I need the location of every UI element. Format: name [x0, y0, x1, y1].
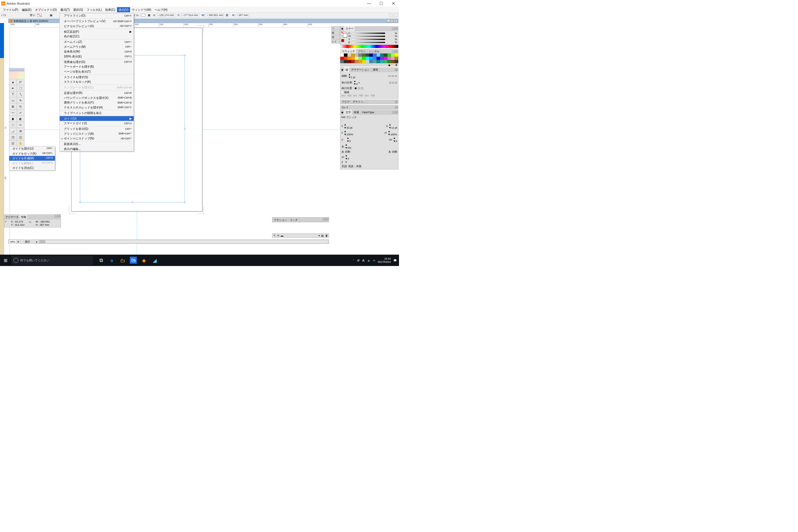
- swatch[interactable]: [359, 60, 362, 63]
- underline-icon[interactable]: T: [342, 161, 343, 164]
- panel-minimize[interactable]: _: [392, 111, 395, 113]
- tool-14[interactable]: ⬚: [10, 122, 17, 128]
- tool-15[interactable]: ✂: [17, 122, 24, 128]
- tool-10[interactable]: ⬳: [10, 110, 17, 116]
- swatch[interactable]: [340, 54, 344, 57]
- swatch[interactable]: [369, 54, 373, 57]
- menu-item[interactable]: 100% 表示(E)Ctrl+1: [60, 54, 134, 59]
- panel-close[interactable]: ×: [326, 218, 328, 221]
- store-icon[interactable]: 🛍: [130, 256, 137, 264]
- menu-0[interactable]: ファイル(F): [1, 7, 20, 12]
- swatch-delete-icon[interactable]: 🗑: [395, 63, 398, 66]
- controlbar-btn-2[interactable]: [394, 14, 398, 17]
- task-view-icon[interactable]: ⧉: [96, 255, 106, 265]
- menu-2[interactable]: オブジェクト(O): [33, 7, 58, 12]
- swatch[interactable]: [395, 54, 398, 57]
- panel-minimize[interactable]: _: [323, 218, 325, 221]
- close-button[interactable]: ✕: [389, 1, 398, 6]
- menu-item[interactable]: ライブペイントの隙間を表示: [60, 111, 134, 116]
- menu-item[interactable]: バウンディングボックスを隠す(X)Shift+Ctrl+B: [60, 95, 134, 100]
- swatch[interactable]: [377, 60, 380, 63]
- doc-maximize[interactable]: □: [391, 20, 394, 22]
- style-swatch[interactable]: [141, 14, 145, 17]
- M-slider[interactable]: [352, 36, 385, 37]
- h-field[interactable]: ▲▼267 mm: [236, 14, 249, 17]
- menu-item[interactable]: スライスを隠す(S): [60, 75, 134, 80]
- tool-16[interactable]: 📊: [10, 128, 17, 134]
- collapsed-tab[interactable]: パ: [331, 26, 340, 30]
- swatch[interactable]: [366, 57, 369, 60]
- tool-3[interactable]: ⬚: [17, 85, 24, 91]
- tab-color[interactable]: カラー: [344, 26, 355, 31]
- menu-item[interactable]: 新規表示(I)...: [60, 142, 134, 147]
- swatch-folder-icon[interactable]: 📁: [392, 63, 394, 66]
- menu-item[interactable]: 透明グリッドを表示(Y)Shift+Ctrl+D: [60, 100, 134, 105]
- tool-9[interactable]: ↻: [17, 103, 24, 110]
- explorer-icon[interactable]: 🗀: [117, 255, 128, 265]
- menu-item[interactable]: グリッドにスナップ(A)Shift+Ctrl+": [60, 131, 134, 136]
- link-wh-icon[interactable]: ⛓: [226, 14, 228, 17]
- clock[interactable]: 15:44 2017/03/10: [378, 257, 391, 264]
- swatch[interactable]: [380, 57, 383, 60]
- tab-info[interactable]: 情報: [20, 215, 27, 219]
- vscale-field[interactable]: ▲▼100%: [388, 130, 397, 136]
- tool-2[interactable]: ✒: [10, 85, 17, 91]
- tab-opentype[interactable]: OpenType: [361, 110, 376, 115]
- rotate-field[interactable]: ▲▼0: [345, 154, 349, 160]
- swatch[interactable]: [384, 57, 387, 60]
- hscale-field[interactable]: ▲▼100%: [344, 130, 353, 136]
- tab-stroke[interactable]: 線: [344, 68, 350, 72]
- submenu-item[interactable]: ガイドを作成(M)Ctrl+5: [10, 156, 55, 161]
- tab-gradient[interactable]: グラデーション: [350, 68, 371, 72]
- menu-item[interactable]: 校正設定(F)▶: [60, 29, 134, 34]
- swatch[interactable]: [340, 57, 344, 60]
- tab-actions[interactable]: アクション: [272, 217, 289, 222]
- menu-item[interactable]: ズームアウト(M)Ctrl+-: [60, 44, 134, 49]
- swatch[interactable]: [395, 57, 398, 60]
- swatch[interactable]: [380, 60, 383, 63]
- menu-item[interactable]: テキストのスレッドを隠す(H)Shift+Ctrl+Y: [60, 105, 134, 110]
- maximize-button[interactable]: ☐: [377, 1, 385, 6]
- submenu-item[interactable]: ガイドを解除(L)Alt+Ctrl+5: [10, 161, 55, 166]
- swatch[interactable]: [391, 57, 395, 60]
- swatch[interactable]: [344, 57, 347, 60]
- menu-item[interactable]: スマートガイド(I)Ctrl+U: [60, 121, 134, 126]
- swatch[interactable]: [387, 54, 391, 57]
- panel-close[interactable]: ×: [395, 101, 398, 103]
- font-size-field[interactable]: ▲▼32 pt: [344, 123, 352, 129]
- menu-item[interactable]: ピクセルプレビュー(X)Alt+Ctrl+Y: [60, 24, 134, 29]
- tool-18[interactable]: ◳: [10, 134, 17, 140]
- tool-1[interactable]: ◸: [17, 79, 24, 85]
- tool-icon[interactable]: ▤: [321, 234, 324, 237]
- panel-minimize[interactable]: _: [392, 50, 395, 53]
- panel-minimize[interactable]: _: [392, 27, 395, 30]
- submenu-item[interactable]: ガイドを隠す(U)Ctrl+;: [10, 147, 55, 151]
- tab-character[interactable]: 文字: [344, 110, 353, 115]
- tab-navigator[interactable]: ナビゲータ: [4, 215, 20, 219]
- menu-item[interactable]: 定規を隠す(R)Ctrl+R: [60, 91, 134, 96]
- stroke-weight-field[interactable]: ▲▼1 pt: [348, 73, 355, 79]
- tool-17[interactable]: ⧉: [17, 128, 24, 134]
- dash-checkbox[interactable]: [342, 91, 344, 93]
- controlbar-btn-1[interactable]: [389, 14, 393, 17]
- start-button[interactable]: ⊞: [0, 254, 12, 266]
- action-center-icon[interactable]: 💬: [394, 259, 397, 262]
- tool-8[interactable]: ⊞: [10, 103, 17, 110]
- font-family-field[interactable]: MS ゴシック: [342, 115, 397, 119]
- swatch[interactable]: [377, 54, 380, 57]
- tool-13[interactable]: ◐: [17, 116, 24, 122]
- strikethrough-icon[interactable]: T: [345, 161, 347, 164]
- tray-network-icon[interactable]: 🖧: [362, 259, 365, 262]
- doc-close[interactable]: ×: [394, 20, 397, 22]
- tab-paragraph[interactable]: 段落: [352, 110, 361, 115]
- doc-minimize[interactable]: _: [387, 20, 390, 22]
- swatch[interactable]: [351, 54, 355, 57]
- swatch[interactable]: [344, 54, 347, 57]
- menu-item[interactable]: 境界線を隠す(D)Ctrl+H: [60, 59, 134, 64]
- panel-close[interactable]: ×: [395, 27, 398, 30]
- y-field[interactable]: ▲▼177.514 mm: [181, 14, 198, 17]
- swatch[interactable]: [351, 57, 355, 60]
- swatch[interactable]: [366, 60, 369, 63]
- auto1-field[interactable]: 自動: [345, 150, 350, 153]
- menu-item[interactable]: ページ分割を表示(T): [60, 69, 134, 74]
